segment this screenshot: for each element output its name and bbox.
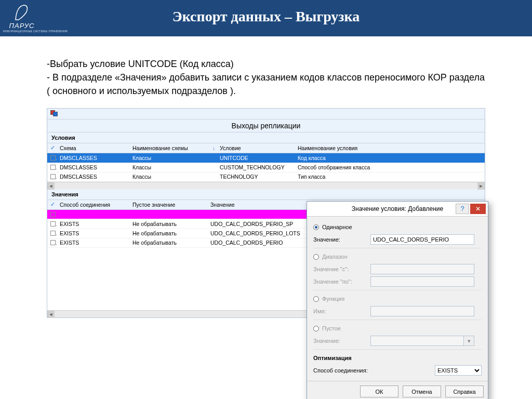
checkbox[interactable] xyxy=(50,174,56,179)
close-button[interactable]: ✕ xyxy=(470,204,486,214)
empty-value-input[interactable] xyxy=(370,336,464,346)
toolbar xyxy=(47,109,485,119)
checkbox[interactable] xyxy=(50,231,56,236)
empty-value-label: Значение: xyxy=(313,338,370,344)
sort-arrow-icon[interactable]: ↓ xyxy=(212,145,215,151)
col-condition[interactable]: Условие xyxy=(217,143,295,153)
conditions-header: Условия xyxy=(47,132,485,143)
scroll-left-icon[interactable]: ◄ xyxy=(47,311,55,318)
scroll-left-icon[interactable]: ◄ xyxy=(47,182,55,190)
cancel-button[interactable]: Отмена xyxy=(403,385,441,397)
radio-empty[interactable] xyxy=(313,326,319,331)
radio-single-label[interactable]: Одинарное xyxy=(322,224,352,230)
ok-button[interactable]: ОК xyxy=(360,385,398,397)
from-label: Значение "с": xyxy=(313,266,370,272)
horizontal-scrollbar[interactable]: ◄ ► xyxy=(47,182,485,189)
check-icon: ✓ xyxy=(50,145,55,150)
from-input[interactable] xyxy=(370,264,474,274)
checkbox[interactable] xyxy=(50,155,56,161)
check-icon: ✓ xyxy=(50,202,55,207)
scroll-right-icon[interactable]: ► xyxy=(477,182,485,190)
radio-single[interactable] xyxy=(313,224,319,230)
dialog-title: Значение условия: Добавление xyxy=(352,205,443,212)
values-header: Значения xyxy=(47,189,485,200)
instruction-line-2: - В подразделе «Значения» добавить запис… xyxy=(47,71,485,98)
col-schema[interactable]: Схема xyxy=(57,143,129,153)
slide-title: Экспорт данных – Выгрузка xyxy=(0,8,532,25)
conditions-grid[interactable]: ✓ Схема Наименование схемы ↓ Условие Наи… xyxy=(47,143,485,182)
value-label: Значение: xyxy=(313,236,370,243)
radio-function[interactable] xyxy=(313,296,319,302)
flags-icon[interactable] xyxy=(50,110,58,116)
logo-subtitle: ИНФОРМАЦИОННЫЕ СИСТЕМЫ УПРАВЛЕНИЯ xyxy=(3,30,41,33)
conditions-header-row: ✓ Схема Наименование схемы ↓ Условие Наи… xyxy=(47,143,485,153)
help-button[interactable]: Справка xyxy=(445,385,484,397)
radio-empty-label[interactable]: Пустое xyxy=(322,325,341,331)
to-label: Значение "по": xyxy=(313,278,370,285)
name-label: Имя: xyxy=(313,308,370,314)
instruction-line-1: -Выбрать условие UNITCODE (Код класса) xyxy=(47,57,485,71)
window-title: Выходы репликации xyxy=(47,119,485,132)
slide-header: ПАРУС ИНФОРМАЦИОННЫЕ СИСТЕМЫ УПРАВЛЕНИЯ … xyxy=(0,0,532,36)
optimization-label: Оптимизация xyxy=(313,355,352,361)
checkbox[interactable] xyxy=(50,240,56,245)
radio-range[interactable] xyxy=(313,254,319,260)
table-row[interactable]: DMSCLASSESКлассы TECHNOLOGYТип класса xyxy=(47,172,485,181)
table-row[interactable]: DMSCLASSESКлассы CUSTOM_TECHNOLOGYСпособ… xyxy=(47,163,485,172)
dialog-buttons: ОК Отмена Справка xyxy=(307,381,488,399)
checkbox[interactable] xyxy=(50,212,56,217)
col-condition-name[interactable]: Наименование условия xyxy=(295,143,485,153)
col-schema-name[interactable]: Наименование схемы xyxy=(129,143,207,153)
col-join[interactable]: Способ соединения xyxy=(57,200,129,210)
join-select[interactable]: EXISTS xyxy=(435,365,482,376)
add-value-dialog: Значение условия: Добавление ? ✕ Одинарн… xyxy=(307,201,488,399)
checkbox[interactable] xyxy=(50,165,56,170)
to-input[interactable] xyxy=(370,276,474,287)
chevron-down-icon[interactable]: ▾ xyxy=(464,336,474,346)
name-input[interactable] xyxy=(370,306,474,316)
join-label: Способ соединения: xyxy=(313,367,370,374)
table-row[interactable]: DMSCLASSESКлассы UNITCODEКод класса xyxy=(47,153,485,163)
dialog-title-bar[interactable]: Значение условия: Добавление ? ✕ xyxy=(307,202,488,217)
checkbox[interactable] xyxy=(50,221,56,227)
col-empty[interactable]: Пустое значение xyxy=(129,200,207,210)
instructions: -Выбрать условие UNITCODE (Код класса) -… xyxy=(47,57,485,98)
help-button[interactable]: ? xyxy=(456,204,469,214)
radio-range-label[interactable]: Диапазон xyxy=(322,254,348,260)
value-input[interactable] xyxy=(370,234,474,245)
radio-function-label[interactable]: Функция xyxy=(322,296,344,302)
